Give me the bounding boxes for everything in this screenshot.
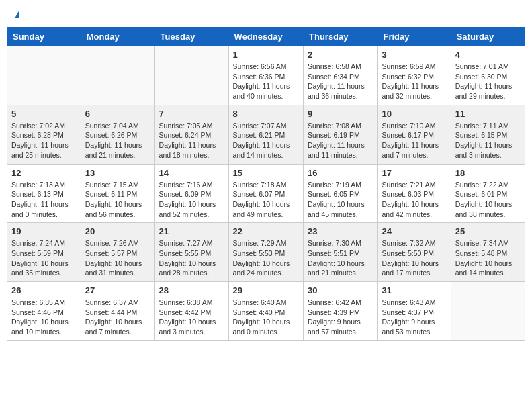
day-number: 27 bbox=[85, 285, 150, 295]
day-info: Sunrise: 6:38 AM Sunset: 4:42 PM Dayligh… bbox=[159, 298, 224, 337]
day-info: Sunrise: 7:19 AM Sunset: 6:05 PM Dayligh… bbox=[308, 180, 373, 220]
calendar-cell: 7Sunrise: 7:05 AM Sunset: 6:24 PM Daylig… bbox=[154, 105, 228, 164]
day-number: 16 bbox=[308, 168, 373, 178]
day-info: Sunrise: 7:26 AM Sunset: 5:57 PM Dayligh… bbox=[85, 238, 150, 278]
day-number: 26 bbox=[11, 285, 77, 295]
logo bbox=[13, 10, 19, 17]
day-info: Sunrise: 7:11 AM Sunset: 6:15 PM Dayligh… bbox=[455, 121, 521, 161]
day-number: 2 bbox=[308, 50, 373, 60]
calendar-cell: 9Sunrise: 7:08 AM Sunset: 6:19 PM Daylig… bbox=[304, 105, 378, 164]
day-info: Sunrise: 7:32 AM Sunset: 5:50 PM Dayligh… bbox=[382, 238, 446, 278]
column-header-wednesday: Wednesday bbox=[228, 28, 303, 46]
day-number: 28 bbox=[159, 285, 224, 295]
day-number: 11 bbox=[455, 109, 521, 119]
day-info: Sunrise: 7:34 AM Sunset: 5:48 PM Dayligh… bbox=[455, 238, 521, 278]
day-number: 21 bbox=[159, 226, 224, 236]
calendar-cell: 11Sunrise: 7:11 AM Sunset: 6:15 PM Dayli… bbox=[451, 105, 525, 164]
calendar-cell: 25Sunrise: 7:34 AM Sunset: 5:48 PM Dayli… bbox=[451, 223, 525, 282]
calendar-cell: 24Sunrise: 7:32 AM Sunset: 5:50 PM Dayli… bbox=[378, 223, 451, 282]
day-info: Sunrise: 6:59 AM Sunset: 6:32 PM Dayligh… bbox=[382, 62, 446, 101]
calendar-cell: 14Sunrise: 7:16 AM Sunset: 6:09 PM Dayli… bbox=[154, 164, 228, 223]
day-number: 24 bbox=[382, 226, 446, 236]
calendar-cell: 28Sunrise: 6:38 AM Sunset: 4:42 PM Dayli… bbox=[154, 282, 228, 341]
day-info: Sunrise: 7:29 AM Sunset: 5:53 PM Dayligh… bbox=[233, 238, 299, 278]
calendar-cell: 10Sunrise: 7:10 AM Sunset: 6:17 PM Dayli… bbox=[378, 105, 451, 164]
day-info: Sunrise: 6:35 AM Sunset: 4:46 PM Dayligh… bbox=[11, 298, 77, 337]
calendar-cell: 1Sunrise: 6:56 AM Sunset: 6:36 PM Daylig… bbox=[228, 46, 303, 105]
calendar-cell: 13Sunrise: 7:15 AM Sunset: 6:11 PM Dayli… bbox=[81, 164, 154, 223]
day-number: 1 bbox=[233, 50, 299, 60]
day-info: Sunrise: 7:22 AM Sunset: 6:01 PM Dayligh… bbox=[455, 180, 521, 220]
day-info: Sunrise: 6:58 AM Sunset: 6:34 PM Dayligh… bbox=[308, 62, 373, 101]
day-info: Sunrise: 7:01 AM Sunset: 6:30 PM Dayligh… bbox=[455, 62, 521, 101]
day-number: 19 bbox=[11, 226, 77, 236]
calendar-cell: 31Sunrise: 6:43 AM Sunset: 4:37 PM Dayli… bbox=[378, 282, 451, 341]
calendar-cell: 20Sunrise: 7:26 AM Sunset: 5:57 PM Dayli… bbox=[81, 223, 154, 282]
calendar-cell: 17Sunrise: 7:21 AM Sunset: 6:03 PM Dayli… bbox=[378, 164, 451, 223]
day-number: 4 bbox=[455, 50, 521, 60]
day-number: 14 bbox=[159, 168, 224, 178]
day-number: 22 bbox=[233, 226, 299, 236]
day-info: Sunrise: 7:05 AM Sunset: 6:24 PM Dayligh… bbox=[159, 121, 224, 161]
calendar-cell: 21Sunrise: 7:27 AM Sunset: 5:55 PM Dayli… bbox=[154, 223, 228, 282]
day-number: 30 bbox=[308, 285, 373, 295]
calendar-cell: 12Sunrise: 7:13 AM Sunset: 6:13 PM Dayli… bbox=[7, 164, 81, 223]
day-number: 12 bbox=[11, 168, 77, 178]
calendar-cell: 2Sunrise: 6:58 AM Sunset: 6:34 PM Daylig… bbox=[304, 46, 378, 105]
calendar-cell: 26Sunrise: 6:35 AM Sunset: 4:46 PM Dayli… bbox=[7, 282, 81, 341]
day-number: 23 bbox=[308, 226, 373, 236]
calendar-cell: 19Sunrise: 7:24 AM Sunset: 5:59 PM Dayli… bbox=[7, 223, 81, 282]
calendar-cell: 18Sunrise: 7:22 AM Sunset: 6:01 PM Dayli… bbox=[451, 164, 525, 223]
calendar-cell bbox=[451, 282, 525, 341]
column-header-tuesday: Tuesday bbox=[154, 28, 228, 46]
day-number: 25 bbox=[455, 226, 521, 236]
day-number: 9 bbox=[308, 109, 373, 119]
day-info: Sunrise: 7:21 AM Sunset: 6:03 PM Dayligh… bbox=[382, 180, 446, 220]
day-number: 6 bbox=[85, 109, 150, 119]
logo-arrow-icon bbox=[15, 10, 19, 18]
calendar-cell: 4Sunrise: 7:01 AM Sunset: 6:30 PM Daylig… bbox=[451, 46, 525, 105]
day-number: 8 bbox=[233, 109, 299, 119]
day-info: Sunrise: 6:43 AM Sunset: 4:37 PM Dayligh… bbox=[382, 298, 446, 337]
calendar-cell: 3Sunrise: 6:59 AM Sunset: 6:32 PM Daylig… bbox=[378, 46, 451, 105]
day-info: Sunrise: 7:15 AM Sunset: 6:11 PM Dayligh… bbox=[85, 180, 150, 220]
day-number: 10 bbox=[382, 109, 446, 119]
day-info: Sunrise: 6:56 AM Sunset: 6:36 PM Dayligh… bbox=[233, 62, 299, 101]
day-number: 17 bbox=[382, 168, 446, 178]
week-row-3: 12Sunrise: 7:13 AM Sunset: 6:13 PM Dayli… bbox=[7, 164, 525, 223]
calendar-cell: 8Sunrise: 7:07 AM Sunset: 6:21 PM Daylig… bbox=[228, 105, 303, 164]
day-number: 3 bbox=[382, 50, 446, 60]
calendar-cell bbox=[154, 46, 228, 105]
day-number: 20 bbox=[85, 226, 150, 236]
day-info: Sunrise: 7:27 AM Sunset: 5:55 PM Dayligh… bbox=[159, 238, 224, 278]
day-number: 15 bbox=[233, 168, 299, 178]
calendar-cell bbox=[7, 46, 81, 105]
week-row-1: 1Sunrise: 6:56 AM Sunset: 6:36 PM Daylig… bbox=[7, 46, 525, 105]
day-number: 7 bbox=[159, 109, 224, 119]
day-info: Sunrise: 7:04 AM Sunset: 6:26 PM Dayligh… bbox=[85, 121, 150, 161]
calendar-header-row: SundayMondayTuesdayWednesdayThursdayFrid… bbox=[7, 28, 525, 46]
calendar-cell: 16Sunrise: 7:19 AM Sunset: 6:05 PM Dayli… bbox=[304, 164, 378, 223]
day-info: Sunrise: 7:30 AM Sunset: 5:51 PM Dayligh… bbox=[308, 238, 373, 278]
week-row-4: 19Sunrise: 7:24 AM Sunset: 5:59 PM Dayli… bbox=[7, 223, 525, 282]
day-info: Sunrise: 7:24 AM Sunset: 5:59 PM Dayligh… bbox=[11, 238, 77, 278]
day-info: Sunrise: 7:08 AM Sunset: 6:19 PM Dayligh… bbox=[308, 121, 373, 161]
day-info: Sunrise: 6:40 AM Sunset: 4:40 PM Dayligh… bbox=[233, 298, 299, 337]
calendar-cell: 30Sunrise: 6:42 AM Sunset: 4:39 PM Dayli… bbox=[304, 282, 378, 341]
day-number: 13 bbox=[85, 168, 150, 178]
day-info: Sunrise: 7:07 AM Sunset: 6:21 PM Dayligh… bbox=[233, 121, 299, 161]
calendar-cell: 22Sunrise: 7:29 AM Sunset: 5:53 PM Dayli… bbox=[228, 223, 303, 282]
calendar-cell: 29Sunrise: 6:40 AM Sunset: 4:40 PM Dayli… bbox=[228, 282, 303, 341]
day-number: 29 bbox=[233, 285, 299, 295]
day-info: Sunrise: 7:18 AM Sunset: 6:07 PM Dayligh… bbox=[233, 180, 299, 220]
day-info: Sunrise: 6:37 AM Sunset: 4:44 PM Dayligh… bbox=[85, 298, 150, 337]
calendar-cell: 23Sunrise: 7:30 AM Sunset: 5:51 PM Dayli… bbox=[304, 223, 378, 282]
column-header-friday: Friday bbox=[378, 28, 451, 46]
day-info: Sunrise: 7:10 AM Sunset: 6:17 PM Dayligh… bbox=[382, 121, 446, 161]
day-number: 31 bbox=[382, 285, 446, 295]
day-info: Sunrise: 7:16 AM Sunset: 6:09 PM Dayligh… bbox=[159, 180, 224, 220]
column-header-thursday: Thursday bbox=[304, 28, 378, 46]
calendar-cell: 27Sunrise: 6:37 AM Sunset: 4:44 PM Dayli… bbox=[81, 282, 154, 341]
calendar-cell: 15Sunrise: 7:18 AM Sunset: 6:07 PM Dayli… bbox=[228, 164, 303, 223]
calendar: SundayMondayTuesdayWednesdayThursdayFrid… bbox=[7, 27, 525, 341]
